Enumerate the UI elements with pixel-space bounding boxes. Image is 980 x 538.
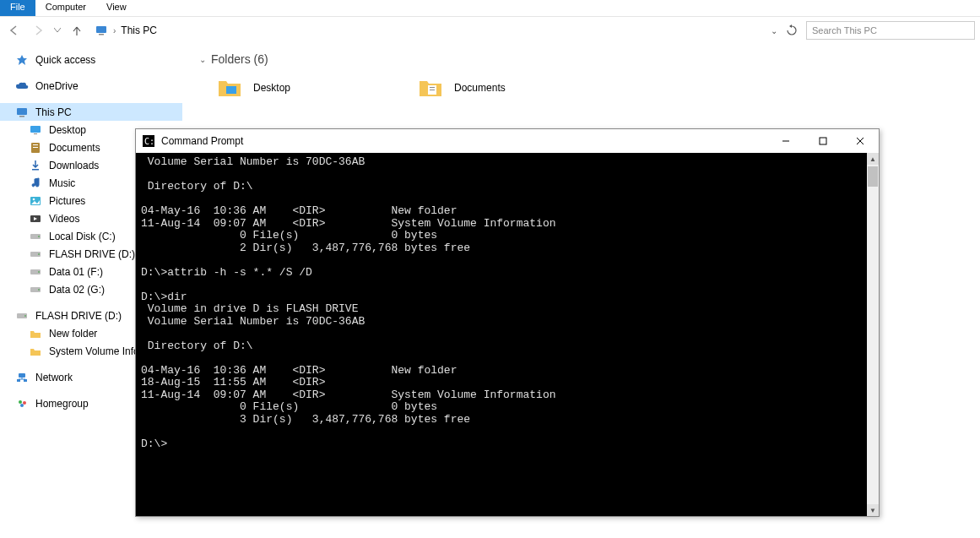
scroll-down-button[interactable]: ▼ <box>867 504 879 516</box>
nav-dropdown-button[interactable] <box>52 21 62 40</box>
nav-label: This PC <box>35 106 72 118</box>
drive-icon <box>15 309 29 323</box>
network-icon <box>15 371 29 384</box>
svg-marker-2 <box>17 55 27 65</box>
drive-icon <box>29 283 42 296</box>
command-prompt-window: C:\ Command Prompt Volume Serial Number … <box>135 128 880 517</box>
folder-label: Desktop <box>253 82 290 94</box>
nav-this-pc[interactable]: This PC <box>0 103 182 121</box>
folder-icon <box>216 74 243 101</box>
scrollbar[interactable]: ▲ ▼ <box>867 153 879 516</box>
command-prompt-output[interactable]: Volume Serial Number is 70DC-36AB Direct… <box>136 153 867 516</box>
video-icon <box>29 212 42 226</box>
svg-rect-5 <box>30 126 41 133</box>
svg-rect-0 <box>96 26 106 33</box>
refresh-button[interactable] <box>786 24 798 36</box>
menu-view[interactable]: View <box>96 0 137 16</box>
folder-icon <box>417 74 444 101</box>
cmd-icon: C:\ <box>143 135 154 147</box>
menu-bar: File Computer View <box>0 0 980 17</box>
svg-point-28 <box>19 400 22 404</box>
pc-icon <box>95 24 108 37</box>
folder-documents[interactable]: Documents <box>417 74 506 101</box>
music-icon <box>29 177 42 190</box>
svg-rect-9 <box>33 147 38 148</box>
svg-point-20 <box>38 271 40 273</box>
nav-label: Data 02 (G:) <box>49 284 105 296</box>
cloud-icon <box>15 79 29 93</box>
nav-label: Videos <box>49 213 79 225</box>
chevron-right-icon: › <box>113 26 116 35</box>
refresh-icon <box>786 24 798 36</box>
nav-label: Documents <box>49 142 100 154</box>
svg-rect-10 <box>32 169 39 171</box>
nav-label: FLASH DRIVE (D:) <box>35 310 122 322</box>
minimize-icon <box>782 137 790 145</box>
nav-label: Network <box>35 372 73 383</box>
nav-label: Pictures <box>49 195 85 207</box>
arrow-right-icon <box>32 24 44 36</box>
svg-point-18 <box>38 253 40 255</box>
nav-label: Data 01 (F:) <box>49 266 103 278</box>
nav-up-button[interactable] <box>68 21 86 40</box>
svg-rect-38 <box>820 138 826 144</box>
svg-point-29 <box>23 401 26 405</box>
svg-rect-31 <box>226 86 236 94</box>
nav-label: Quick access <box>35 54 95 66</box>
svg-text:C:\: C:\ <box>144 137 154 146</box>
arrow-left-icon <box>8 24 20 36</box>
svg-rect-34 <box>430 90 435 90</box>
drive-icon <box>29 265 42 279</box>
svg-point-22 <box>38 289 40 291</box>
nav-quick-access[interactable]: Quick access <box>0 51 182 68</box>
svg-point-12 <box>33 198 35 200</box>
picture-icon <box>29 194 42 208</box>
command-prompt-titlebar[interactable]: C:\ Command Prompt <box>136 129 879 153</box>
nav-onedrive[interactable]: OneDrive <box>0 77 182 95</box>
desktop-icon <box>29 123 42 137</box>
folder-desktop[interactable]: Desktop <box>216 74 290 101</box>
svg-rect-3 <box>17 108 27 115</box>
drive-icon <box>29 230 42 243</box>
search-input[interactable]: Search This PC <box>806 21 975 40</box>
nav-label: Homegroup <box>35 398 89 410</box>
breadcrumb[interactable]: › This PC <box>95 24 157 37</box>
maximize-button[interactable] <box>804 129 842 153</box>
folder-label: Documents <box>454 82 506 94</box>
svg-point-24 <box>24 315 26 317</box>
svg-rect-6 <box>34 133 37 134</box>
section-folders-header[interactable]: ⌄ Folders (6) <box>199 52 963 66</box>
folder-icon <box>29 345 42 358</box>
svg-rect-33 <box>430 87 435 88</box>
nav-forward-button[interactable] <box>29 21 47 40</box>
scroll-track[interactable] <box>867 165 879 504</box>
address-bar: › This PC ⌄ Search This PC <box>0 17 980 44</box>
nav-label: Desktop <box>49 124 86 136</box>
homegroup-icon <box>15 397 29 410</box>
document-icon <box>29 141 42 155</box>
folder-icon <box>29 327 42 340</box>
scroll-up-button[interactable]: ▲ <box>867 153 879 165</box>
breadcrumb-location: This PC <box>121 24 157 36</box>
nav-back-button[interactable] <box>5 21 24 40</box>
arrow-up-icon <box>71 24 83 36</box>
nav-label: Downloads <box>49 160 99 171</box>
menu-file[interactable]: File <box>0 0 35 16</box>
scroll-thumb[interactable] <box>868 166 878 187</box>
menu-computer[interactable]: Computer <box>35 0 96 16</box>
nav-label: FLASH DRIVE (D:) <box>49 248 135 260</box>
nav-label: Local Disk (C:) <box>49 231 116 242</box>
svg-rect-25 <box>19 373 25 378</box>
chevron-down-icon[interactable]: ⌄ <box>771 26 777 35</box>
svg-rect-1 <box>99 34 104 35</box>
section-title: Folders (6) <box>211 52 268 66</box>
pc-icon <box>15 106 29 119</box>
svg-point-16 <box>38 236 40 237</box>
close-button[interactable] <box>842 129 879 153</box>
nav-label: OneDrive <box>35 80 79 92</box>
minimize-button[interactable] <box>767 129 804 153</box>
svg-rect-4 <box>19 116 24 117</box>
chevron-down-icon <box>54 28 61 33</box>
svg-point-30 <box>20 404 24 407</box>
chevron-down-icon: ⌄ <box>199 55 206 64</box>
